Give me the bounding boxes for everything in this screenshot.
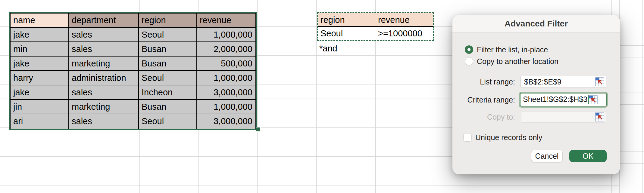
copy-to-label: Copy to: xyxy=(452,113,515,121)
table-cell[interactable]: Incheon xyxy=(139,85,197,100)
ok-button[interactable]: OK xyxy=(569,150,607,162)
radio-copy-to-location[interactable] xyxy=(465,57,473,66)
radio-filter-in-place[interactable] xyxy=(465,45,473,54)
table-cell[interactable]: 2,000,000 xyxy=(197,42,255,57)
criteria-row: Seoul>=1000000 xyxy=(318,27,433,40)
table-row: minsalesBusan2,000,000 xyxy=(11,42,255,57)
table-header-row: namedepartmentregionrevenue xyxy=(11,14,255,28)
list-range-input[interactable]: $B$2:$E$9 xyxy=(521,76,606,88)
range-selector-icon[interactable] xyxy=(595,77,604,86)
table-cell[interactable]: administration xyxy=(69,71,139,85)
table-cell[interactable]: 3,000,000 xyxy=(197,85,255,100)
criteria-cell[interactable]: >=1000000 xyxy=(375,27,433,40)
table-cell[interactable]: Busan xyxy=(139,57,197,71)
table-row: jakesalesSeoul1,000,000 xyxy=(11,28,255,42)
gridline xyxy=(619,57,644,57)
criteria-range-focus-ring: Sheet1!$G$2:$H$3 xyxy=(519,92,608,108)
table-cell[interactable]: Busan xyxy=(139,100,197,114)
table-cell[interactable]: marketing xyxy=(69,100,139,114)
gridline xyxy=(316,0,317,193)
criteria-range-selection[interactable]: regionrevenueSeoul>=1000000 xyxy=(317,12,434,41)
range-selector-icon[interactable] xyxy=(589,95,598,104)
unique-records-checkbox[interactable] xyxy=(463,133,472,142)
gridline xyxy=(619,81,644,81)
gridline xyxy=(257,0,258,193)
table-cell[interactable]: jake xyxy=(11,85,69,100)
gridline xyxy=(619,140,644,140)
copy-to-input[interactable] xyxy=(521,111,606,123)
radio-copy-to-location-label: Copy to another location xyxy=(477,57,558,66)
gridline xyxy=(619,175,644,175)
criteria-header-cell[interactable]: region xyxy=(318,13,375,27)
list-range-value: $B$2:$E$9 xyxy=(521,78,595,86)
table-cell[interactable]: 1,000,000 xyxy=(197,28,255,42)
gridline xyxy=(619,116,644,116)
table-cell[interactable]: Seoul xyxy=(139,28,197,42)
data-table-selection[interactable]: namedepartmentregionrevenuejakesalesSeou… xyxy=(9,12,257,130)
table-cell[interactable]: sales xyxy=(69,28,139,42)
gridline xyxy=(619,152,644,152)
criteria-note-cell[interactable]: *and xyxy=(319,41,337,56)
list-range-label: List range: xyxy=(452,78,515,86)
criteria-range-input[interactable]: Sheet1!$G$2:$H$3 xyxy=(520,93,607,106)
table-cell[interactable]: sales xyxy=(69,114,139,129)
gridline xyxy=(619,104,644,105)
gridline xyxy=(619,34,644,34)
table-row: harryadministrationSeoul1,000,000 xyxy=(11,71,255,85)
criteria-range-label: Criteria range: xyxy=(452,96,515,104)
selection-fill-handle[interactable] xyxy=(256,127,261,132)
table-row: jinmarketingBusan1,000,000 xyxy=(11,100,255,114)
unique-records-label: Unique records only xyxy=(475,133,542,142)
header-cell[interactable]: name xyxy=(11,14,69,28)
header-cell[interactable]: department xyxy=(69,14,139,28)
table-cell[interactable]: jin xyxy=(11,100,69,114)
table-cell[interactable]: marketing xyxy=(69,57,139,71)
gridline xyxy=(619,10,644,10)
criteria-range-value: Sheet1!$G$2:$H$3 xyxy=(521,95,589,104)
table-cell[interactable]: ari xyxy=(11,114,69,129)
gridline xyxy=(619,22,644,22)
header-cell[interactable]: revenue xyxy=(197,14,255,28)
table-row: arisalesSeoul3,000,000 xyxy=(11,114,255,129)
range-selector-icon[interactable] xyxy=(595,112,604,121)
table-cell[interactable]: harry xyxy=(11,71,69,85)
gridline xyxy=(619,163,644,164)
radio-filter-in-place-label: Filter the list, in-place xyxy=(477,45,548,54)
gridline xyxy=(619,93,644,93)
criteria-header-cell[interactable]: revenue xyxy=(375,13,433,27)
header-cell[interactable]: region xyxy=(139,14,197,28)
cancel-button[interactable]: Cancel xyxy=(531,150,562,162)
gridline xyxy=(434,0,434,193)
table-cell[interactable]: sales xyxy=(69,42,139,57)
dialog-title: Advanced Filter xyxy=(452,15,620,32)
gridline xyxy=(619,69,644,69)
table-cell[interactable]: jake xyxy=(11,28,69,42)
gridline xyxy=(0,185,619,185)
gridline xyxy=(619,45,644,46)
table-cell[interactable]: 1,000,000 xyxy=(197,100,255,114)
criteria-header-row: regionrevenue xyxy=(318,13,433,27)
table-cell[interactable]: Seoul xyxy=(139,114,197,129)
table-row: jakemarketingBusan500,000 xyxy=(11,57,255,71)
table-cell[interactable]: jake xyxy=(11,57,69,71)
gridline xyxy=(619,187,644,187)
spreadsheet-canvas: namedepartmentregionrevenuejakesalesSeou… xyxy=(0,0,644,193)
data-table: namedepartmentregionrevenuejakesalesSeou… xyxy=(10,13,256,129)
gridline xyxy=(642,0,643,193)
table-cell[interactable]: 1,000,000 xyxy=(197,71,255,85)
criteria-cell[interactable]: Seoul xyxy=(318,27,375,40)
table-cell[interactable]: Seoul xyxy=(139,71,197,85)
advanced-filter-dialog: Advanced Filter Filter the list, in-plac… xyxy=(452,15,620,174)
table-cell[interactable]: 500,000 xyxy=(197,57,255,71)
gridline xyxy=(619,128,644,128)
table-row: jakesalesIncheon3,000,000 xyxy=(11,85,255,100)
table-cell[interactable]: 3,000,000 xyxy=(197,114,255,129)
table-cell[interactable]: sales xyxy=(69,85,139,100)
table-cell[interactable]: Busan xyxy=(139,42,197,57)
table-cell[interactable]: min xyxy=(11,42,69,57)
